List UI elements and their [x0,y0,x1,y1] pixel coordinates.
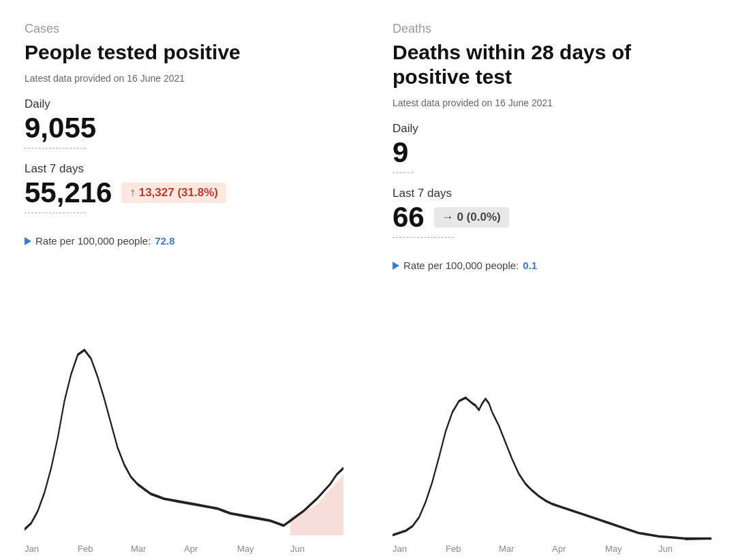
cases-daily-value: 9,055 [25,112,343,144]
deaths-x-jan: Jan [393,544,446,554]
cases-daily-label: Daily [25,97,343,111]
deaths-date: Latest data provided on 16 June 2021 [393,97,711,108]
deaths-x-may: May [605,544,658,554]
cases-rate-value: 72.8 [155,235,174,247]
deaths-x-axis: Jan Feb Mar Apr May Jun [393,544,711,559]
deaths-weekly-section: Last 7 days 66 → 0 (0.0%) [393,187,711,245]
cases-weekly-divider [25,213,86,213]
deaths-x-feb: Feb [446,544,499,554]
cases-date: Latest data provided on 16 June 2021 [25,73,343,84]
cases-x-mar: Mar [131,544,184,554]
cases-weekly-value: 55,216 [25,177,112,208]
cases-x-may: May [237,544,290,554]
cases-weekly-section: Last 7 days 55,216 ↑ 13,327 (31.8%) [25,162,343,220]
deaths-daily-value: 9 [393,137,711,168]
svg-marker-0 [290,475,343,536]
cases-change-text: ↑ 13,327 (31.8%) [129,186,217,200]
deaths-rate-arrow-icon [393,262,399,270]
deaths-weekly-value: 66 [393,202,425,233]
cases-weekly-label: Last 7 days [25,162,343,176]
deaths-rate-label: Rate per 100,000 people: [403,260,519,271]
cases-title: People tested positive [25,40,343,65]
cases-x-feb: Feb [78,544,131,554]
cases-rate-row[interactable]: Rate per 100,000 people: 72.8 [25,235,343,247]
cases-x-jan: Jan [25,544,78,554]
cases-daily-section: Daily 9,055 [25,97,343,155]
cases-weekly-row: 55,216 ↑ 13,327 (31.8%) [25,177,343,208]
cases-x-jun: Jun [290,544,343,554]
deaths-title: Deaths within 28 days of positive test [393,40,711,89]
cases-chart: Jan Feb Mar Apr May Jun [25,267,343,560]
deaths-change-text: → 0 (0.0%) [442,211,501,224]
deaths-panel: Deaths Deaths within 28 days of positive… [368,0,736,560]
cases-panel: Cases People tested positive Latest data… [0,0,368,560]
cases-x-axis: Jan Feb Mar Apr May Jun [25,544,343,559]
cases-category: Cases [25,22,343,36]
deaths-daily-label: Daily [393,122,711,136]
deaths-weekly-label: Last 7 days [393,187,711,200]
deaths-x-mar: Mar [499,544,552,554]
deaths-change-badge: → 0 (0.0%) [434,207,509,228]
deaths-weekly-row: 66 → 0 (0.0%) [393,202,711,233]
deaths-weekly-divider [393,237,454,238]
deaths-category: Deaths [393,22,711,36]
cases-change-badge: ↑ 13,327 (31.8%) [121,183,226,203]
cases-rate-label: Rate per 100,000 people: [35,235,151,247]
deaths-rate-row[interactable]: Rate per 100,000 people: 0.1 [393,260,711,271]
deaths-chart: Jan Feb Mar Apr May Jun [393,292,711,560]
deaths-daily-section: Daily 9 [393,122,711,180]
cases-daily-divider [25,148,86,149]
deaths-daily-divider [393,172,413,173]
cases-rate-arrow-icon [25,237,31,245]
deaths-rate-value: 0.1 [523,260,537,271]
cases-x-apr: Apr [184,544,237,554]
deaths-x-jun: Jun [658,544,711,554]
deaths-x-apr: Apr [552,544,605,554]
